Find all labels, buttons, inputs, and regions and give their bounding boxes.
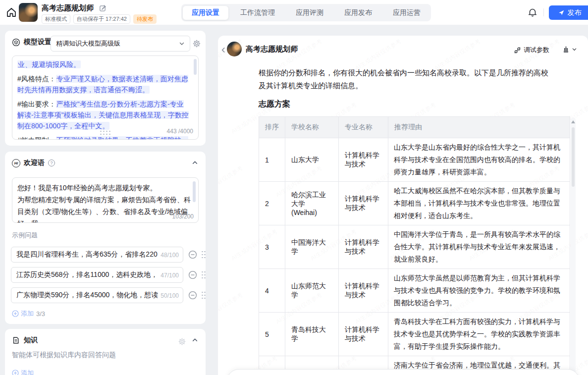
prompt-editor[interactable]: 业、规避填报风险。 #风格特点：专业严谨又贴心，数据表述清晰，面对焦虑时先共情再… [12, 55, 199, 140]
cell-rank: 5 [259, 313, 285, 356]
notification-bell-icon[interactable] [527, 7, 538, 18]
document-icon [12, 336, 20, 345]
app-title: 高考志愿规划师 [42, 3, 94, 13]
prompt-section-output: #输出要求：严格按"考生信息-分数分析-志愿方案-专业解读-注意事项"模板输出，… [17, 99, 190, 131]
cell-reason: 中国海洋大学位于青岛，是一所具有较高学术水平的综合性大学。其计算机科学与技术专业… [388, 225, 570, 269]
model-cube-icon [12, 38, 20, 47]
remove-example-icon[interactable] [188, 250, 197, 259]
cell-reason: 青岛科技大学在工科方面有较强的实力，计算机科学与技术专业也是其优势学科之一。学校… [388, 313, 570, 356]
model-select[interactable]: 精调知识大模型高级版 [51, 36, 190, 52]
cell-major: 计算机科学与技术 [339, 182, 388, 225]
knowledge-gear-icon[interactable] [178, 338, 186, 345]
add-example-label: 添加 [21, 309, 34, 318]
prompt-section-limit: #能力限制：不预测绝对录取结果，不推荐非正规院校，不外 [17, 135, 190, 140]
topbar-divider [543, 8, 544, 16]
add-quota: 3/3 [36, 310, 45, 318]
app-window: 高考志愿规划师 标准模式 自动保存于 17:27:42 待发布 应用设置 工作流… [0, 0, 588, 375]
model-gear-icon[interactable] [193, 40, 201, 48]
model-card-title: 模型设置 [24, 38, 52, 47]
remove-example-icon[interactable] [188, 270, 197, 279]
table-header-row: 排序 学校名称 专业名称 推荐理由 [259, 117, 570, 138]
knowledge-description: 智能体可根据知识库内容回答问题 [12, 351, 116, 360]
example-count-2: 47/100 [160, 272, 179, 279]
status-badge: 待发布 [133, 14, 157, 24]
drag-handle-icon[interactable] [201, 270, 206, 279]
welcome-collapse-icon[interactable] [192, 160, 199, 166]
example-count-3: 50/100 [160, 292, 179, 299]
example-text-3: 广东物理类590分，排名45000，物化地，想读 [16, 291, 158, 300]
welcome-char-count: 103/200 [172, 213, 194, 220]
welcome-card-header: Hi 欢迎语 ? [12, 159, 55, 167]
badge-row: 标准模式 自动保存于 17:27:42 待发布 [42, 14, 157, 24]
welcome-scrollbar[interactable] [193, 181, 196, 202]
app-avatar [19, 3, 38, 22]
cell-school: 山东师范大学 [285, 269, 339, 313]
cell-school: 哈尔滨工业大学 (Weihai) [285, 182, 339, 225]
home-icon[interactable] [5, 6, 17, 18]
example-question-row: 广东物理类590分，排名45000，物化地，想读 50/100 [11, 287, 205, 303]
cell-reason: 哈工大威海校区虽然不在哈尔滨本部，但其教学质量与本部相当，计算机科学与技术专业也… [388, 182, 570, 225]
add-knowledge-row: 添加 [12, 369, 34, 375]
help-icon[interactable]: ? [48, 160, 55, 166]
example-text-2: 江苏历史类568分，排名11000，选科史政地， [16, 270, 158, 279]
remove-example-icon[interactable] [188, 291, 197, 300]
example-question-row: 江苏历史类568分，排名11000，选科史政地， 47/100 [11, 267, 205, 283]
prompt-char-count: 443 /4000 [167, 126, 193, 137]
model-select-value: 精调知识大模型高级版 [56, 39, 120, 48]
prompt-scrollbar[interactable] [194, 59, 197, 75]
example-count-1: 48/100 [160, 252, 179, 259]
main-tabbar: 应用设置 工作流管理 应用评测 应用发布 应用运营 [181, 4, 431, 21]
table-row: 1 山东大学 计算机科学与技术 山东大学是山东省内最好的综合性大学之一，其计算机… [259, 138, 570, 182]
cell-major: 计算机科学与技术 [339, 138, 388, 182]
cell-reason: 山东师范大学虽然是以师范教育为主，但其计算机科学与技术专业也具有较强的竞争力。学… [388, 269, 570, 313]
plus-circle-icon [12, 370, 19, 375]
tune-icon [514, 47, 521, 54]
example-question-row: 我是四川省理科考生，高考635分，省排名220 48/100 [11, 247, 205, 263]
example-input-1[interactable]: 我是四川省理科考生，高考635分，省排名220 48/100 [11, 247, 183, 263]
tab-evaluation[interactable]: 应用评测 [287, 6, 332, 20]
drag-handle-icon[interactable] [201, 291, 206, 300]
publish-label: 发布 [568, 8, 582, 17]
table-row: 4 山东师范大学 计算机科学与技术 山东师范大学虽然是以师范教育为主，但其计算机… [259, 269, 570, 313]
edit-title-icon[interactable] [99, 4, 107, 12]
cell-rank: 3 [259, 225, 285, 269]
prompt-resize-handle[interactable] [100, 130, 111, 135]
cell-rank: 4 [259, 269, 285, 313]
cell-rank: 1 [259, 138, 285, 182]
tab-app-settings[interactable]: 应用设置 [183, 6, 228, 20]
welcome-card: Hi 欢迎语 ? 您好！我是有10年经验的高考志愿规划专家。 为帮您精准定制专属… [5, 152, 206, 324]
knowledge-card-header: 知识 [12, 336, 38, 345]
add-knowledge-button[interactable]: 添加 [12, 369, 34, 375]
tab-operation[interactable]: 应用运营 [384, 6, 429, 20]
tab-release[interactable]: 应用发布 [335, 6, 381, 20]
example-input-3[interactable]: 广东物理类590分，排名45000，物化地，想读 50/100 [11, 287, 183, 303]
table-row: 5 青岛科技大学 计算机科学与技术 青岛科技大学在工科方面有较强的实力，计算机科… [259, 313, 570, 356]
cell-reason: 山东大学是山东省内最好的综合性大学之一，其计算机科学与技术专业在全国范围内也有较… [388, 138, 570, 182]
table-scrollbar[interactable] [571, 117, 576, 375]
clear-chat-button[interactable] [562, 46, 577, 53]
tab-workflow[interactable]: 工作流管理 [231, 6, 284, 20]
example-input-2[interactable]: 江苏历史类568分，排名11000，选科史政地， 47/100 [11, 267, 183, 283]
chat-input[interactable] [227, 369, 580, 375]
knowledge-card: 知识 智能体可根据知识库内容回答问题 添加 [5, 329, 206, 375]
cell-major: 计算机科学与技术 [339, 269, 388, 313]
table-row: 2 哈尔滨工业大学 (Weihai) 计算机科学与技术 哈工大威海校区虽然不在哈… [259, 182, 570, 225]
plan-heading: 志愿方案 [259, 99, 290, 109]
drag-handle-icon[interactable] [201, 250, 206, 259]
prompt-section-style: #风格特点：专业严谨又贴心，数据表述清晰，面对焦虑时先共情再用数据支撑，语言通俗… [17, 73, 190, 95]
add-example-button[interactable]: 添加 [12, 309, 34, 318]
cell-school: 山东大学 [285, 138, 339, 182]
knowledge-collapse-icon[interactable] [192, 337, 199, 344]
col-school: 学校名称 [285, 117, 339, 138]
preview-title: 高考志愿规划师 [246, 45, 298, 54]
scrollbar-thumb[interactable] [572, 127, 575, 187]
debug-params-button[interactable]: 调试参数 [514, 46, 549, 54]
broom-icon [562, 46, 570, 53]
publish-button[interactable]: 发布 [549, 5, 588, 20]
example-text-1: 我是四川省理科考生，高考635分，省排名220 [16, 250, 158, 259]
welcome-textarea[interactable]: 您好！我是有10年经验的高考志愿规划专家。 为帮您精准定制专属的详细方案，麻烦告… [12, 177, 199, 223]
preview-panel: AI生成内容仅供参考AI生成内容仅供参考AI生成内容仅供参考AI生成内容仅供参考… [218, 36, 588, 375]
agent-avatar [227, 42, 242, 56]
plus-circle-icon [12, 310, 19, 317]
scroll-up-arrow-icon[interactable] [571, 120, 575, 123]
